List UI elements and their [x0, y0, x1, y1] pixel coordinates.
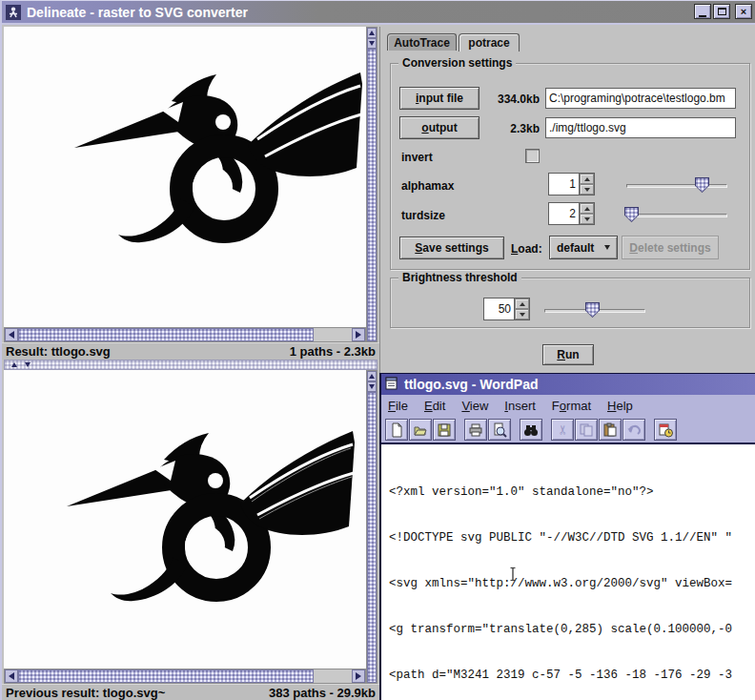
collapse-up-button[interactable]	[11, 362, 17, 367]
brightness-value[interactable]: 50	[484, 299, 514, 319]
save-settings-button[interactable]: Save settings	[399, 237, 504, 259]
scroll-right-button[interactable]	[352, 669, 365, 683]
collapse-down-button[interactable]	[25, 362, 31, 367]
code-line: <g transform="translate(0,285) scale(0.1…	[389, 622, 755, 637]
chevron-down-icon	[604, 245, 610, 250]
previous-paths-size: 383 paths - 29.9kb	[269, 686, 376, 700]
scroll-down-button[interactable]	[367, 38, 377, 49]
undo-button[interactable]	[622, 419, 645, 441]
tab-autotrace[interactable]: AutoTrace	[387, 33, 457, 51]
delineate-window: Delineate - raster to SVG converter ×	[0, 0, 755, 700]
load-selected-value: default	[557, 241, 594, 255]
open-folder-icon	[413, 422, 428, 438]
scroll-up-button[interactable]	[367, 371, 377, 381]
spin-down-button[interactable]	[580, 184, 594, 195]
scroll-down-button[interactable]	[367, 381, 377, 392]
scroll-thumb[interactable]	[18, 669, 314, 683]
cut-button[interactable]: ✂	[551, 419, 574, 441]
brightness-threshold-group: Brightness threshold	[390, 278, 750, 328]
previous-filename: Previous result: tlogo.svg~	[6, 686, 165, 700]
turdsize-spinner[interactable]: 2	[548, 202, 595, 225]
open-button[interactable]	[409, 419, 432, 441]
wordpad-window: ttlogo.svg - WordPad File Edit View Inse…	[379, 373, 755, 700]
date-time-icon	[658, 422, 673, 438]
menu-insert[interactable]: Insert	[504, 399, 536, 413]
text-cursor-ibeam	[451, 551, 460, 566]
spin-down-button[interactable]	[580, 214, 594, 224]
code-line: <!DOCTYPE svg PUBLIC "-//W3C//DTD SVG 1.…	[389, 530, 755, 546]
scroll-up-button[interactable]	[367, 28, 377, 38]
output-button[interactable]: output	[399, 116, 480, 139]
date-time-button[interactable]	[654, 419, 677, 441]
code-line: <svg xmlns="http://www.w3.org/2000/svg" …	[389, 576, 755, 591]
menu-format[interactable]: Format	[552, 399, 591, 413]
menu-help[interactable]: Help	[607, 399, 633, 413]
result-vertical-scrollbar[interactable]	[366, 27, 378, 342]
maximize-button[interactable]	[713, 4, 730, 19]
load-settings-dropdown[interactable]: default	[549, 236, 618, 259]
alphamax-slider-track[interactable]	[626, 184, 727, 188]
menu-view[interactable]: View	[461, 399, 488, 413]
arrow-down-icon	[369, 41, 375, 46]
arrow-left-icon	[9, 672, 14, 680]
previous-vertical-scrollbar[interactable]	[366, 370, 378, 684]
turdsize-slider-track[interactable]	[626, 214, 727, 217]
split-pane-divider[interactable]	[4, 360, 378, 370]
turdsize-label: turdsize	[401, 209, 445, 222]
minimize-button[interactable]	[694, 4, 711, 19]
output-path-field[interactable]: ./img/ttlogo.svg	[545, 117, 736, 138]
menu-edit[interactable]: Edit	[424, 399, 445, 413]
copy-icon	[579, 422, 594, 438]
run-button[interactable]: Run	[542, 344, 594, 365]
scroll-thumb[interactable]	[18, 328, 314, 341]
input-file-button[interactable]: input file	[399, 87, 480, 110]
arrow-up-icon	[369, 374, 375, 379]
alphamax-spinner[interactable]: 1	[548, 173, 595, 196]
previous-result-preview-pane	[4, 370, 366, 669]
delineate-titlebar: Delineate - raster to SVG converter ×	[2, 1, 755, 25]
result-filename: Result: ttlogo.svg	[6, 344, 111, 359]
load-label: Load:	[511, 242, 542, 256]
save-button[interactable]	[433, 419, 456, 441]
spin-up-button[interactable]	[580, 174, 594, 184]
result-statusbar: Result: ttlogo.svg 1 paths - 2.3kb	[2, 342, 379, 360]
scroll-left-button[interactable]	[5, 328, 18, 341]
delete-settings-button[interactable]: Delete settings	[622, 236, 719, 259]
spin-down-button[interactable]	[515, 309, 529, 319]
result-preview-pane	[4, 27, 366, 327]
arrow-down-icon	[520, 313, 525, 317]
scroll-thumb[interactable]	[367, 392, 377, 683]
scroll-thumb[interactable]	[367, 49, 377, 341]
wordpad-title: ttlogo.svg - WordPad	[404, 377, 539, 392]
invert-checkbox[interactable]	[525, 149, 540, 163]
result-horizontal-scrollbar[interactable]	[4, 327, 366, 342]
bird-logo-image	[4, 27, 366, 327]
close-icon: ×	[741, 6, 746, 17]
print-preview-button[interactable]	[488, 419, 511, 441]
previous-horizontal-scrollbar[interactable]	[4, 669, 366, 684]
settings-panel: AutoTrace potrace Conversion settings in…	[379, 27, 755, 373]
scroll-left-button[interactable]	[5, 669, 18, 683]
arrow-right-icon	[356, 672, 361, 680]
spin-up-button[interactable]	[580, 203, 594, 214]
arrow-up-icon	[584, 207, 590, 211]
wordpad-menubar: File Edit View Insert Format Help	[381, 395, 755, 417]
new-document-button[interactable]	[385, 419, 408, 441]
arrow-left-icon	[9, 331, 14, 339]
close-button[interactable]: ×	[735, 4, 752, 19]
turdsize-value[interactable]: 2	[549, 203, 579, 224]
paste-button[interactable]	[599, 419, 622, 441]
copy-button[interactable]	[575, 419, 598, 441]
spin-up-button[interactable]	[515, 299, 529, 309]
print-icon	[468, 422, 483, 438]
scroll-right-button[interactable]	[352, 328, 365, 341]
menu-file[interactable]: File	[388, 399, 408, 413]
brightness-spinner[interactable]: 50	[483, 298, 530, 320]
wordpad-text-area[interactable]: <?xml version="1.0" standalone="no"?> <!…	[381, 444, 755, 700]
alphamax-value[interactable]: 1	[549, 174, 579, 195]
alphamax-label: alphamax	[401, 179, 454, 193]
input-path-field[interactable]: C:\programing\potrace\testlogo.bm	[545, 88, 736, 109]
tab-potrace[interactable]: potrace	[459, 33, 520, 51]
print-button[interactable]	[464, 419, 487, 441]
find-button[interactable]	[520, 419, 542, 441]
